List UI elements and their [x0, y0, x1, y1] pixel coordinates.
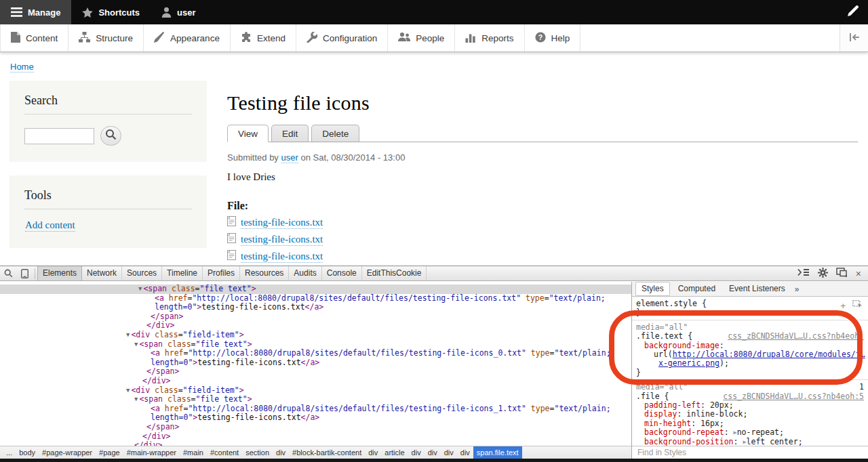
dom-crumb[interactable]: div: [365, 446, 381, 459]
gear-icon[interactable]: [818, 268, 828, 280]
dom-crumb[interactable]: #main-wrapper: [123, 446, 180, 459]
tab-edit[interactable]: Edit: [271, 125, 309, 142]
rule-source-link[interactable]: css_zBCNDSHdaVL…U.css?nb4eoh:: [728, 332, 864, 341]
dom-tree-line[interactable]: <a href="http://local:8080/drupal8/sites…: [0, 294, 631, 303]
tray-item-appearance[interactable]: Appearance: [144, 24, 231, 51]
dom-tree-line[interactable]: </div>: [0, 441, 631, 446]
rule-declaration[interactable]: background-image:: [636, 341, 864, 350]
devtools-tab-elements[interactable]: Elements: [37, 266, 82, 280]
devtools-tab-timeline[interactable]: Timeline: [162, 266, 203, 280]
dom-tree-line[interactable]: <a href="http://local:8080/drupal8/sites…: [0, 349, 631, 358]
find-in-styles-input[interactable]: Find in Styles: [632, 446, 868, 459]
dom-crumb[interactable]: div: [441, 446, 457, 459]
rule-declaration[interactable]: min-height: 16px;: [636, 419, 864, 428]
devtools-tab-resources[interactable]: Resources: [240, 266, 289, 280]
dom-crumb[interactable]: div: [425, 446, 441, 459]
dom-tree-line[interactable]: </span>: [0, 367, 631, 377]
dom-tree[interactable]: ▼<span class="file text"><a href="http:/…: [0, 282, 631, 446]
device-mode-icon[interactable]: [17, 269, 33, 278]
tray-item-configuration[interactable]: Configuration: [296, 24, 388, 51]
dom-tree-line[interactable]: length=0">testing-file-icons.txt</a>: [0, 413, 631, 423]
inspect-magnifier-icon[interactable]: [0, 269, 17, 278]
dom-crumb[interactable]: ...: [3, 446, 16, 459]
dom-crumb[interactable]: #block-bartik-content: [289, 446, 365, 459]
admin-toolbar-item-shortcuts[interactable]: Shortcuts: [71, 0, 151, 24]
close-icon[interactable]: ×: [856, 269, 861, 278]
tab-delete[interactable]: Delete: [311, 125, 359, 142]
dom-tree-line[interactable]: </div>: [0, 432, 631, 442]
devtools-tab-editthiscookie[interactable]: EditThisCookie: [362, 266, 427, 280]
dom-tree-line[interactable]: ▼<span class="file text">: [0, 285, 631, 294]
devtools-tab-sources[interactable]: Sources: [122, 266, 162, 280]
dom-crumb[interactable]: section: [242, 446, 273, 459]
style-rule[interactable]: media="all"css_zBCNDSHdaVL…U.css?nb4eoh:…: [632, 320, 868, 380]
element-state-icon[interactable]: [852, 300, 863, 311]
dom-crumb[interactable]: span.file.text: [473, 446, 522, 459]
devtools-tab-audits[interactable]: Audits: [289, 266, 321, 280]
rule-declaration[interactable]: background-repeat: ▶no-repeat;: [636, 428, 864, 437]
dom-tree-line[interactable]: ▼<div class="field-item">: [0, 386, 631, 396]
tray-item-reports[interactable]: Reports: [455, 24, 524, 51]
dom-tree-line[interactable]: </span>: [0, 423, 631, 432]
dom-crumb[interactable]: #page: [96, 446, 123, 459]
dom-tree-line[interactable]: </div>: [0, 321, 631, 331]
search-input[interactable]: [24, 128, 94, 144]
rule-declaration[interactable]: x-generic.png);: [636, 359, 864, 368]
admin-toolbar-item-user[interactable]: user: [151, 0, 206, 24]
tray-item-extend[interactable]: Extend: [231, 24, 296, 51]
add-content-link[interactable]: Add content: [25, 219, 75, 232]
edit-mode-button[interactable]: [838, 0, 868, 24]
dom-crumb[interactable]: div: [273, 446, 289, 459]
styles-tab-computed[interactable]: Computed: [673, 282, 721, 295]
tab-view[interactable]: View: [227, 125, 269, 142]
more-tabs-chevron-icon[interactable]: »: [793, 285, 800, 294]
search-button[interactable]: [100, 126, 121, 146]
dom-crumb[interactable]: #page-wrapper: [39, 446, 96, 459]
devtools-tab-network[interactable]: Network: [82, 266, 122, 280]
tray-collapse-button[interactable]: [840, 24, 868, 51]
rule-declaration[interactable]: url(http://local:8080/drupal8/core/modul…: [636, 350, 864, 359]
dom-tree-line[interactable]: </span>: [0, 312, 631, 322]
dom-crumb[interactable]: #main: [180, 446, 207, 459]
tray-item-help[interactable]: ?Help: [525, 24, 581, 51]
dom-tree-line[interactable]: length=0">testing-file-icons.txt</a>: [0, 303, 631, 312]
text-file-icon: [227, 216, 236, 229]
dom-tree-line[interactable]: length=0">testing-file-icons.txt</a>: [0, 358, 631, 368]
file-link[interactable]: testing-file-icons.txt: [241, 251, 323, 263]
rule-declaration[interactable]: padding-left: 20px;: [636, 401, 864, 410]
new-style-rule-icon[interactable]: +: [840, 301, 846, 310]
dom-crumb[interactable]: div: [457, 446, 473, 459]
dom-tree-line[interactable]: ▼<span class="file text">: [0, 395, 631, 404]
console-drawer-icon[interactable]: [797, 268, 810, 278]
dom-crumb[interactable]: body: [16, 446, 39, 459]
file-link[interactable]: testing-file-icons.txt: [241, 234, 323, 246]
doc-icon: [11, 32, 20, 45]
admin-toolbar: ManageShortcutsuser: [0, 0, 868, 24]
dom-tree-line[interactable]: ▼<span class="file text">: [0, 340, 631, 350]
rule-source-link[interactable]: css_zBCNDSHdaVL…U.css?nb4eoh:5: [723, 392, 864, 401]
admin-toolbar-item-manage[interactable]: Manage: [0, 0, 71, 24]
dock-side-icon[interactable]: [836, 268, 848, 279]
styles-tab-styles[interactable]: Styles: [635, 282, 670, 296]
wrench-icon: [307, 32, 317, 45]
devtools-tab-profiles[interactable]: Profiles: [203, 266, 240, 280]
tray-item-content[interactable]: Content: [0, 24, 68, 51]
breadcrumb: Home: [10, 62, 868, 72]
style-rule[interactable]: media="all"1css_zBCNDSHdaVL…U.css?nb4eoh…: [632, 380, 868, 449]
devtools-tab-console[interactable]: Console: [322, 266, 362, 280]
breadcrumb-home-link[interactable]: Home: [10, 62, 34, 72]
tray-item-people[interactable]: People: [388, 24, 455, 51]
dom-tree-line[interactable]: ▼<div class="field-item">: [0, 331, 631, 340]
dom-tree-line[interactable]: <a href="http://local:8080/drupal8/sites…: [0, 404, 631, 414]
dom-crumb[interactable]: article: [381, 446, 408, 459]
tray-item-structure[interactable]: Structure: [68, 24, 144, 51]
author-link[interactable]: user: [281, 152, 298, 163]
dom-crumb[interactable]: div: [408, 446, 425, 459]
element-style-section[interactable]: element.style { } +: [632, 297, 868, 320]
rule-declaration[interactable]: display: inline-block;: [636, 410, 864, 419]
dom-crumb[interactable]: #content: [207, 446, 242, 459]
styles-tab-event-listeners[interactable]: Event Listeners: [724, 282, 791, 295]
dom-tree-line[interactable]: </div>: [0, 377, 631, 386]
rule-close-brace: }: [636, 369, 864, 377]
file-link[interactable]: testing-file-icons.txt: [241, 217, 323, 229]
